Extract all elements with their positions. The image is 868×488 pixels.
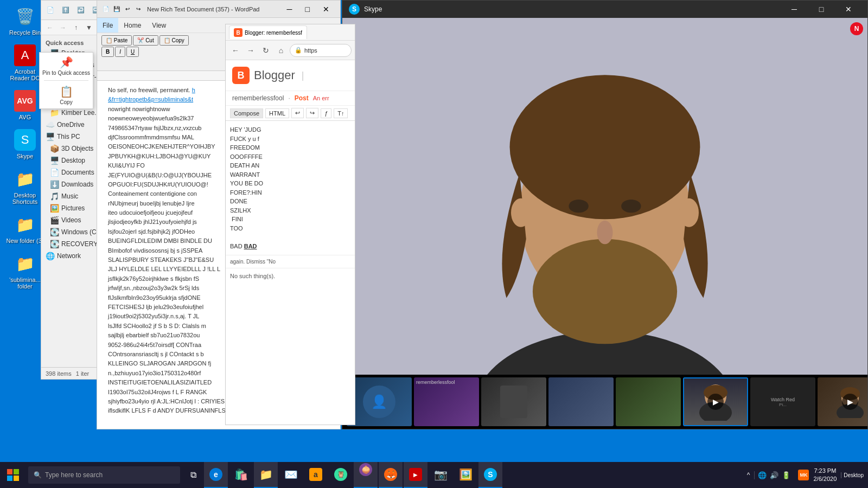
taskbar-edge-btn[interactable]: e (204, 462, 228, 488)
blogger-post-bar: rememberlessfool · Post An err (226, 91, 355, 106)
thumb6-play[interactable]: ▶ (707, 394, 724, 410)
thumb-4[interactable] (548, 377, 614, 426)
blogger-again-text: again. Dismiss "No (226, 255, 355, 268)
watchred-icon: ▶ (409, 468, 422, 481)
wp-ribbon-btn5[interactable]: I (115, 47, 125, 57)
amazon-icon: a (309, 468, 322, 481)
wp-close-btn[interactable]: ✕ (316, 5, 336, 14)
taskbar-fileexplorer-btn[interactable]: 📁 (254, 462, 278, 488)
desktop-btn[interactable]: Desktop (841, 472, 864, 478)
blogger-post-content[interactable]: HEY 'JUDG FUCK y u f FREEDOM OOOFFFFE DE… (226, 121, 355, 255)
fe-up-btn[interactable]: ↑ (71, 22, 81, 33)
browser-forward-btn[interactable]: → (244, 44, 257, 57)
wp-ribbon-btn3[interactable]: 📋 Copy (159, 35, 189, 46)
fe-recent-btn[interactable]: ▼ (84, 22, 94, 33)
taskbar-mail-btn[interactable]: ✉️ (279, 462, 303, 488)
undo-btn[interactable]: ↩ (291, 108, 304, 118)
taskbar-tor-btn[interactable]: 🧅 (354, 462, 378, 488)
copy-label: Copy (60, 99, 72, 105)
pin-to-quick-access-item[interactable]: 📌 Pin to Quick access (40, 53, 93, 79)
skype-desktop-icon[interactable]: S Skype (5, 129, 44, 159)
post-line-1: HEY 'JUDG (230, 125, 350, 134)
context-divider (44, 80, 88, 81)
thumb-1[interactable]: 👤 (347, 377, 412, 426)
wp-title-icons: 📄 💾 ↩ ↪ (101, 5, 143, 14)
browser-url-bar[interactable]: 🔒 https (290, 44, 352, 57)
fe-forward-btn[interactable]: → (58, 22, 68, 33)
volume-tray-icon[interactable]: 🔊 (770, 471, 778, 479)
wp-menu-view[interactable]: View (146, 18, 171, 33)
thumb-3[interactable] (481, 377, 546, 426)
skype-close-btn[interactable]: ✕ (836, 1, 861, 18)
taskbar-clock[interactable]: 7:23 PM 2/6/2020 (813, 467, 837, 484)
wp-window-controls: ─ □ ✕ (280, 5, 336, 14)
browser-tab[interactable]: B Blogger: rememberlessf (229, 25, 307, 39)
fe-back-btn[interactable]: ← (44, 22, 55, 33)
battery-tray-icon[interactable]: 🔋 (782, 471, 790, 479)
desktop-shortcuts-label: Desktop Shortcuts (5, 192, 44, 205)
recycle-bin-label: Recycle Bin (9, 29, 41, 36)
svg-point-5 (533, 239, 677, 344)
thumb-8[interactable]: ▶ (818, 377, 867, 426)
wp-menu-home[interactable]: Home (118, 18, 146, 33)
desktop-shortcuts-icon[interactable]: 📁 Desktop Shortcuts (5, 168, 44, 205)
browser-refresh-btn[interactable]: ↻ (259, 44, 272, 57)
browser-back-btn[interactable]: ← (229, 44, 242, 57)
copy-item[interactable]: 📋 Copy (40, 82, 93, 108)
taskbar-photos-btn[interactable]: 🖼️ (454, 462, 477, 488)
wp-ribbon-btn6[interactable]: U (126, 47, 139, 57)
html-btn[interactable]: HTML (265, 108, 289, 118)
skype-video-svg (342, 18, 867, 375)
wp-menu-file[interactable]: File (97, 18, 118, 33)
wp-ribbon-btn1[interactable]: 📋 Paste (101, 35, 132, 46)
format-btn[interactable]: T↑ (334, 108, 348, 118)
compose-btn[interactable]: Compose (230, 108, 263, 118)
wp-link[interactable]: h (192, 87, 195, 93)
thumb-5[interactable] (616, 377, 681, 426)
redo-btn[interactable]: ↪ (306, 108, 318, 118)
network-tray-icon[interactable]: 🌐 (758, 471, 767, 479)
skype-maximize-btn[interactable]: □ (809, 1, 834, 18)
wp-redo-icon[interactable]: ↪ (134, 5, 143, 14)
wp-minimize-btn[interactable]: ─ (280, 5, 299, 14)
new-folder-icon[interactable]: 📁 New folder (3) (5, 214, 44, 244)
start-button[interactable] (0, 462, 26, 488)
thumb1-content: 👤 (347, 377, 412, 426)
svg-point-9 (511, 198, 531, 227)
blogger-author: rememberlessfool (232, 94, 284, 102)
taskbar-camera-btn[interactable]: 📷 (429, 462, 452, 488)
wp-ribbon-btn2[interactable]: ✂️ Cut (133, 35, 158, 46)
thumb-7[interactable]: Watch Red Pi... (750, 377, 815, 426)
task-view-btn[interactable]: ⧉ (182, 462, 204, 488)
browser-home-btn[interactable]: ⌂ (275, 44, 288, 57)
browser-window: B Blogger: rememberlessf ← → ↻ ⌂ 🔒 https… (225, 24, 355, 425)
thumb-6[interactable]: ▶ (683, 377, 748, 426)
font-btn[interactable]: ƒ (321, 108, 331, 118)
wp-undo-icon[interactable]: ↩ (123, 5, 132, 14)
taskbar-skype-btn[interactable]: S (478, 462, 502, 488)
taskbar-firefox-btn[interactable]: 🦊 (379, 462, 403, 488)
thumb-2[interactable]: rememberlessfool (414, 377, 479, 426)
taskbar-tripadvisor-btn[interactable]: 🦉 (329, 462, 353, 488)
taskbar-search-bar[interactable]: 🔍 Type here to search (28, 466, 180, 484)
wp-maximize-btn[interactable]: □ (299, 5, 316, 14)
notification-area-expand[interactable]: ^ (747, 471, 750, 479)
recycle-bin-icon[interactable]: 🗑️ Recycle Bin (5, 5, 44, 36)
subliminals-folder-icon[interactable]: 📁 'sublimina... folder (5, 253, 44, 290)
taskbar-store-btn[interactable]: 🛍️ (229, 462, 253, 488)
desktop-icons-panel: 🗑️ Recycle Bin A Acrobat Reader DC AVG A… (5, 5, 44, 290)
skype-minimize-btn[interactable]: ─ (782, 1, 807, 18)
antivirus-icon: MK (798, 470, 809, 480)
avg-label: AVG (19, 114, 31, 120)
skype-thumbnails-bar: 👤 rememberlessfool (342, 375, 867, 429)
blogger-no-such: No such thing(s). (226, 268, 355, 284)
taskbar-watchred-btn[interactable]: ▶ (404, 462, 427, 488)
browser-tab-bar: B Blogger: rememberlessf (226, 24, 355, 41)
svg-rect-19 (7, 476, 12, 481)
wp-ribbon-btn4[interactable]: B (101, 47, 114, 57)
tripadvisor-icon: 🦉 (334, 468, 347, 481)
file-explorer-icon: 📁 (259, 468, 273, 481)
post-line-5: DEATH AN (230, 161, 350, 170)
thumb8-play[interactable]: ▶ (842, 394, 858, 410)
taskbar-amazon-btn[interactable]: a (304, 462, 328, 488)
